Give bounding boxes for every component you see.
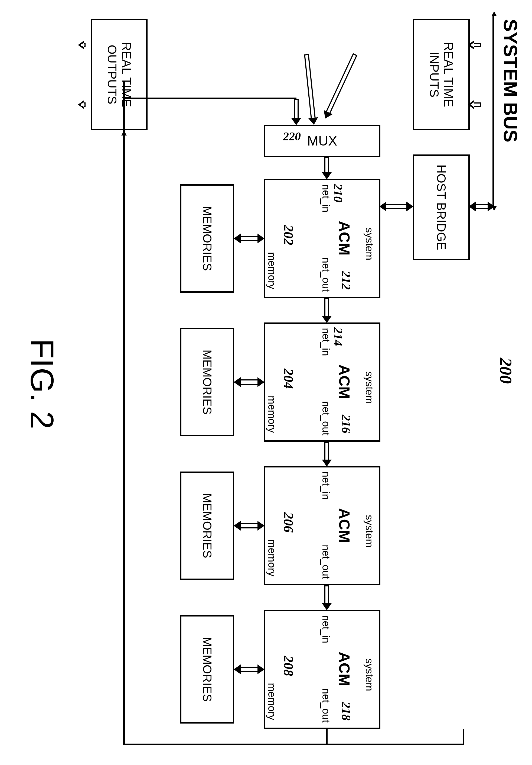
fb-into-mux-arrow xyxy=(293,99,300,125)
acm2-netin: net_in xyxy=(320,471,332,500)
rt-input-arrow-2-icon xyxy=(468,100,474,109)
acm1-netin: net_in xyxy=(320,328,332,356)
acm0-netout: net_out xyxy=(320,258,332,292)
memories-1: MEMORIES xyxy=(180,328,234,436)
acm0-to-acm1-arrow xyxy=(323,298,330,323)
acm0-netin-ref: 210 xyxy=(331,184,345,203)
memories-0: MEMORIES xyxy=(180,184,234,293)
acm1-netout-ref: 216 xyxy=(339,414,353,433)
page: SYSTEM BUS 200 REAL TIME INPUTS HOST BRI… xyxy=(0,0,532,765)
mux-label: MUX xyxy=(307,133,337,149)
acm2-to-acm3-arrow xyxy=(323,585,330,610)
bus-arrow-left-icon xyxy=(491,11,497,16)
acm3-system: system xyxy=(363,658,375,691)
acm3-netout-ref: 218 xyxy=(339,702,353,721)
acm1-title: ACM xyxy=(336,365,353,399)
system-bus-line xyxy=(492,16,494,206)
figure-caption: FIG. 2 xyxy=(24,339,61,429)
fb-wire-d xyxy=(123,98,296,99)
fb-into-rtout-arrow-icon xyxy=(121,131,127,136)
acm0-system: system xyxy=(363,228,375,260)
acm3-module-ref: 208 xyxy=(281,656,296,676)
acm2-system: system xyxy=(363,515,375,547)
acm3-mem-arrow xyxy=(234,666,264,673)
acm1-to-acm2-arrow xyxy=(323,442,330,466)
real-time-inputs-block: REAL TIME INPUTS xyxy=(413,19,470,130)
acm3-title: ACM xyxy=(336,652,353,686)
acm2-mem-arrow xyxy=(234,522,264,529)
acm3-netin: net_in xyxy=(320,615,332,643)
acm1-module-ref: 204 xyxy=(281,369,296,389)
real-time-outputs-block: REAL TIME OUTPUTS xyxy=(91,19,147,130)
fb-wire-e xyxy=(123,81,125,83)
acm1-mem-arrow xyxy=(234,378,264,386)
acm0-module-ref: 202 xyxy=(281,225,296,245)
fb-wire-a xyxy=(463,729,464,745)
memories-3: MEMORIES xyxy=(180,615,234,724)
rt-output-arrow-1-icon xyxy=(78,41,84,49)
rtin-to-mux-lower-arrow xyxy=(303,54,317,125)
acm2-memory: memory xyxy=(266,539,278,576)
acm1-netout: net_out xyxy=(320,401,332,435)
mux-ref: 220 xyxy=(283,130,301,143)
acm1-system: system xyxy=(363,371,375,404)
acm1-netin-ref: 214 xyxy=(331,327,345,346)
acm1-memory: memory xyxy=(266,395,278,433)
acm0-mem-arrow xyxy=(234,235,264,242)
acm2-netout: net_out xyxy=(320,545,332,579)
acm2-module-ref: 206 xyxy=(281,512,296,532)
acm0-netout-ref: 212 xyxy=(339,271,353,290)
acm3-memory: memory xyxy=(266,683,278,720)
mux-to-acm0-arrow xyxy=(323,157,330,179)
fb-wire-c xyxy=(123,81,125,745)
hostbridge-to-acm0-arrow xyxy=(380,203,413,210)
acm0-netin: net_in xyxy=(320,184,332,213)
mux-block: MUX xyxy=(264,125,381,157)
rt-output-arrow-2-icon xyxy=(78,100,84,109)
host-bridge-block: HOST BRIDGE xyxy=(413,155,470,260)
figure-ref-200: 200 xyxy=(496,358,516,384)
acm0-title: ACM xyxy=(336,221,353,256)
acm2-title: ACM xyxy=(336,508,353,543)
rtin-to-mux-upper-arrow xyxy=(322,53,358,120)
bus-to-hostbridge-arrow xyxy=(469,203,494,210)
fb-wire-b xyxy=(123,744,464,745)
rt-input-arrow-1-icon xyxy=(468,41,474,49)
system-bus-label: SYSTEM BUS xyxy=(499,19,521,142)
diagram-canvas: SYSTEM BUS 200 REAL TIME INPUTS HOST BRI… xyxy=(0,0,532,765)
acm0-memory: memory xyxy=(266,252,278,289)
memories-2: MEMORIES xyxy=(180,471,234,580)
fb-wire-a2 xyxy=(326,729,328,745)
acm3-netout: net_out xyxy=(320,688,332,723)
